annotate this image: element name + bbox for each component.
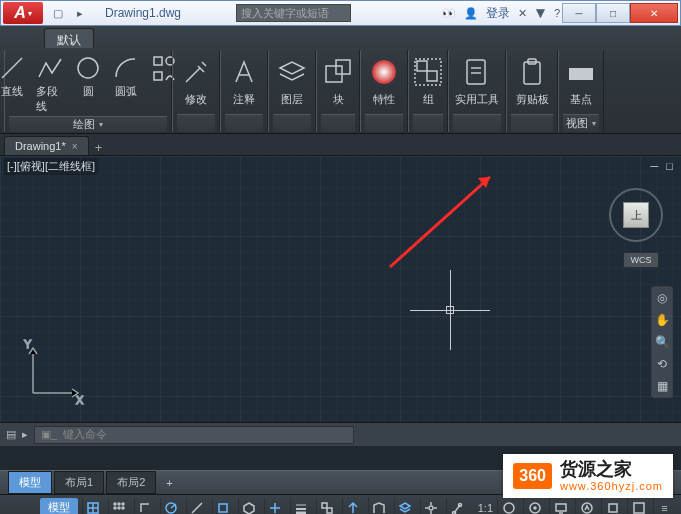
status-isolate-icon[interactable] — [601, 498, 623, 515]
status-polar-icon[interactable] — [160, 498, 182, 515]
svg-rect-52 — [609, 504, 617, 512]
status-isodraft-icon[interactable] — [186, 498, 208, 515]
svg-point-39 — [429, 506, 433, 510]
panel-block: 块 — [316, 50, 360, 132]
status-snapmode-icon[interactable] — [108, 498, 130, 515]
tool-arc[interactable]: 圆弧 — [110, 52, 142, 101]
tool-clipboard[interactable]: 剪贴板 — [512, 52, 552, 109]
tool-annotate[interactable]: 注释 — [224, 52, 264, 109]
tool-polyline[interactable]: 多段线 — [34, 52, 66, 116]
svg-point-27 — [122, 507, 124, 509]
layout-tab-add[interactable]: + — [158, 474, 180, 492]
layout-tab-layout1[interactable]: 布局1 — [54, 471, 104, 494]
window-buttons: ─ □ ✕ — [562, 3, 678, 23]
viewport-label[interactable]: [-][俯视][二维线框] — [4, 158, 98, 175]
status-customize-icon[interactable]: ≡ — [653, 498, 675, 515]
panel-datum: 基点 视图 — [558, 50, 604, 132]
tool-circle[interactable]: 圆 — [72, 52, 104, 101]
status-workspace-icon[interactable] — [523, 498, 545, 515]
status-transparency-icon[interactable] — [316, 498, 338, 515]
viewcube-top-face[interactable]: 上 — [623, 202, 649, 228]
tool-utilities[interactable]: 实用工具 — [453, 52, 501, 109]
sign-in-link[interactable]: 登录 — [486, 5, 510, 22]
minimize-button[interactable]: ─ — [562, 3, 596, 23]
model-viewport[interactable]: [-][俯视][二维线框] ─ □ 上 WCS ◎ ✋ 🔍 ⟲ ▦ YX ▤ — [0, 156, 681, 446]
binoculars-icon[interactable]: 👀 — [442, 7, 456, 20]
status-dynamic-ucs-icon[interactable] — [368, 498, 390, 515]
watermark-badge: 360 — [513, 463, 552, 489]
panel-group: 组 — [408, 50, 448, 132]
status-annotation-scale[interactable]: 1:1 — [478, 502, 493, 514]
cmd-prompt-icon: ▣_ — [41, 428, 57, 441]
close-button[interactable]: ✕ — [630, 3, 678, 23]
svg-line-0 — [2, 58, 22, 78]
file-tab-add[interactable]: + — [89, 140, 109, 155]
nav-orbit-icon[interactable]: ⟲ — [655, 357, 669, 371]
tool-line[interactable]: 直线 — [0, 52, 28, 101]
svg-rect-4 — [154, 72, 162, 80]
layout-tab-model[interactable]: 模型 — [8, 471, 52, 494]
panel-annotate: 注释 — [220, 50, 268, 132]
command-line-input[interactable]: ▣_ 键入命令 — [34, 426, 354, 444]
status-cleanscreen-icon[interactable] — [627, 498, 649, 515]
tool-layers[interactable]: 图层 — [272, 52, 312, 109]
panel-draw: 直线 多段线 圆 圆弧 绘图 — [4, 50, 172, 132]
status-annoscale-list-icon[interactable] — [446, 498, 468, 515]
svg-point-46 — [504, 503, 514, 513]
status-lineweight-icon[interactable] — [290, 498, 312, 515]
svg-text:Y: Y — [24, 338, 32, 350]
file-tab-drawing1[interactable]: Drawing1* × — [4, 136, 89, 155]
wcs-badge[interactable]: WCS — [623, 252, 659, 268]
viewport-maximize-icon[interactable]: □ — [666, 160, 673, 172]
svg-rect-8 — [417, 61, 427, 71]
panel-label-view[interactable]: 视图 — [563, 114, 599, 132]
panel-label-properties — [365, 114, 403, 132]
viewport-window-controls: ─ □ — [651, 160, 673, 172]
status-selection-cycling-icon[interactable] — [342, 498, 364, 515]
nav-showmotion-icon[interactable]: ▦ — [655, 379, 669, 393]
help-icon[interactable]: ? — [554, 7, 560, 19]
layout-tab-layout2[interactable]: 布局2 — [106, 471, 156, 494]
status-osnap-icon[interactable] — [212, 498, 234, 515]
cmd-handle-icon[interactable]: ▤ — [6, 428, 16, 441]
app-menu-button[interactable]: A — [3, 2, 43, 24]
status-3dosnap-icon[interactable] — [238, 498, 260, 515]
nav-zoom-icon[interactable]: 🔍 — [655, 335, 669, 349]
command-line-row: ▤ ▸ ▣_ 键入命令 — [0, 422, 681, 446]
document-title: Drawing1.dwg — [105, 6, 181, 20]
status-hardware-accel-icon[interactable] — [575, 498, 597, 515]
tool-properties[interactable]: 特性 — [364, 52, 404, 109]
tool-modify[interactable]: 修改 — [176, 52, 216, 109]
viewcube[interactable]: 上 — [609, 188, 663, 242]
infocenter-dropdown-icon[interactable]: ⯆ — [535, 7, 546, 19]
qat-new-icon[interactable]: ▢ — [51, 6, 65, 20]
status-annovis-icon[interactable] — [497, 498, 519, 515]
nav-pan-icon[interactable]: ✋ — [655, 313, 669, 327]
watermark-url: www.360hyzj.com — [560, 480, 663, 492]
cmd-recent-icon[interactable]: ▸ — [22, 428, 28, 441]
maximize-button[interactable]: □ — [596, 3, 630, 23]
status-selection-filter-icon[interactable] — [394, 498, 416, 515]
file-tab-close-icon[interactable]: × — [72, 141, 78, 152]
ribbon-tab-default[interactable]: 默认 — [44, 28, 94, 48]
panel-label-draw[interactable]: 绘图 — [9, 116, 167, 132]
drawing-area-wrap: Drawing1* × + [-][俯视][二维线框] ─ □ 上 WCS ◎ … — [0, 134, 681, 470]
svg-line-30 — [192, 503, 202, 513]
status-modelspace-button[interactable]: 模型 — [40, 498, 78, 514]
exchange-icon[interactable]: ✕ — [518, 7, 527, 20]
tool-block[interactable]: 块 — [318, 52, 358, 109]
tool-group[interactable]: 组 — [408, 52, 448, 109]
nav-fullnav-icon[interactable]: ◎ — [655, 291, 669, 305]
svg-point-24 — [122, 503, 124, 505]
svg-point-48 — [534, 507, 536, 509]
help-search-input[interactable]: 搜入关键字或短语 — [236, 4, 351, 22]
status-gizmo-icon[interactable] — [420, 498, 442, 515]
viewport-minimize-icon[interactable]: ─ — [651, 160, 659, 172]
tool-datum[interactable]: 基点 — [561, 52, 601, 109]
ribbon-tab-strip: 默认 — [0, 26, 681, 48]
status-ortho-icon[interactable] — [134, 498, 156, 515]
status-grid-icon[interactable] — [82, 498, 104, 515]
qat-open-icon[interactable]: ▸ — [73, 6, 87, 20]
status-otrack-icon[interactable] — [264, 498, 286, 515]
status-annomonitor-icon[interactable] — [549, 498, 571, 515]
